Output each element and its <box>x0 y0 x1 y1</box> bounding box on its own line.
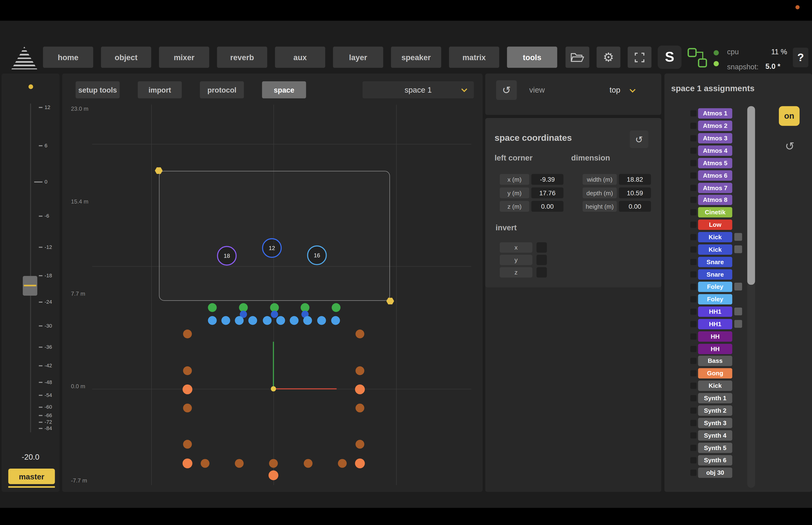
speaker-dot[interactable] <box>183 385 193 394</box>
invert-axis-button[interactable]: x <box>500 242 532 253</box>
speaker-dot[interactable] <box>263 316 272 325</box>
speaker-dot[interactable] <box>183 404 192 412</box>
space-toolbar-tab[interactable]: setup tools <box>76 81 120 99</box>
space-selector-dropdown[interactable]: space 1 <box>363 81 474 99</box>
fullscreen-button[interactable] <box>628 46 651 68</box>
assignment-side-box[interactable] <box>734 320 742 328</box>
invert-checkbox[interactable] <box>536 255 547 265</box>
assignment-button[interactable]: Atmos 2 <box>698 121 732 131</box>
nav-tab[interactable]: matrix <box>449 46 499 68</box>
assignment-button[interactable]: Atmos 1 <box>698 108 732 118</box>
nav-tab[interactable]: tools <box>507 46 557 68</box>
speaker-dot[interactable] <box>331 316 340 325</box>
field-value[interactable]: 18.82 <box>619 174 651 185</box>
assignments-reset-button[interactable]: ↺ <box>782 138 797 154</box>
assignment-button[interactable]: Atmos 3 <box>698 133 732 144</box>
assignment-checkbox[interactable] <box>690 271 696 277</box>
coordinates-reset-button[interactable]: ↺ <box>630 131 648 148</box>
assignment-button[interactable]: Synth 5 <box>698 442 732 453</box>
nav-tab[interactable]: speaker <box>391 46 441 68</box>
assignments-on-button[interactable]: on <box>779 106 799 126</box>
assignment-checkbox[interactable] <box>690 123 696 129</box>
speaker-dot[interactable] <box>338 459 347 468</box>
assignment-checkbox[interactable] <box>690 346 696 352</box>
speaker-dot[interactable] <box>303 316 312 325</box>
speaker-dot[interactable] <box>183 366 192 375</box>
assignment-button[interactable]: Synth 2 <box>698 405 732 416</box>
field-value[interactable]: 0.00 <box>531 201 563 212</box>
assignments-scrollbar-thumb[interactable] <box>747 106 755 285</box>
speaker-dot[interactable] <box>355 366 364 375</box>
assignment-button[interactable]: Gong <box>698 368 732 379</box>
speaker-dot[interactable] <box>355 385 365 394</box>
assignment-button[interactable]: Synth 4 <box>698 430 732 441</box>
assignment-checkbox[interactable] <box>690 110 696 116</box>
assignment-checkbox[interactable] <box>690 457 696 463</box>
sound-object[interactable]: 16 <box>307 245 327 265</box>
speaker-dot[interactable] <box>269 459 278 468</box>
assignment-checkbox[interactable] <box>690 432 696 438</box>
assignment-button[interactable]: Snare <box>698 257 732 267</box>
speaker-dot[interactable] <box>208 316 217 325</box>
speaker-dot[interactable] <box>235 316 244 325</box>
assignment-button[interactable]: Synth 1 <box>698 393 732 404</box>
assignment-button[interactable]: HH <box>698 344 732 354</box>
speaker-dot[interactable] <box>290 316 298 325</box>
sound-object[interactable]: 18 <box>217 246 237 266</box>
assignment-checkbox[interactable] <box>690 197 696 203</box>
assignment-checkbox[interactable] <box>690 135 696 141</box>
assignment-button[interactable]: Low <box>698 220 732 230</box>
assignment-side-box[interactable] <box>734 233 742 241</box>
assignment-checkbox[interactable] <box>690 284 696 290</box>
assignment-side-box[interactable] <box>734 308 742 315</box>
speaker-dot[interactable] <box>276 316 285 325</box>
assignment-checkbox[interactable] <box>690 370 696 376</box>
assignment-checkbox[interactable] <box>690 358 696 364</box>
assignment-checkbox[interactable] <box>690 383 696 389</box>
assignment-button[interactable]: Synth 3 <box>698 418 732 428</box>
invert-axis-button[interactable]: y <box>500 255 532 265</box>
nav-tab[interactable]: layer <box>333 46 383 68</box>
assignment-button[interactable]: Bass <box>698 356 732 366</box>
master-button[interactable]: master <box>8 469 55 484</box>
nav-tab[interactable]: mixer <box>159 46 209 68</box>
settings-button[interactable]: ⚙ <box>597 46 620 68</box>
assignment-button[interactable]: Cinetik <box>698 207 732 217</box>
speaker-dot[interactable] <box>271 311 278 318</box>
assignment-button[interactable]: obj 30 <box>698 467 732 478</box>
speaker-dot[interactable] <box>183 459 193 468</box>
field-value[interactable]: 10.59 <box>619 188 651 198</box>
assignment-button[interactable]: Atmos 6 <box>698 170 732 180</box>
assignment-checkbox[interactable] <box>690 420 696 426</box>
assignment-button[interactable]: Synth 6 <box>698 455 732 465</box>
assignment-button[interactable]: Atmos 7 <box>698 183 732 193</box>
assignment-checkbox[interactable] <box>690 147 696 153</box>
speaker-dot[interactable] <box>183 440 192 449</box>
assignment-button[interactable]: Kick <box>698 232 732 242</box>
assignment-button[interactable]: Foley <box>698 294 732 304</box>
speaker-dot[interactable] <box>355 459 365 468</box>
speaker-dot[interactable] <box>355 404 364 412</box>
assignment-checkbox[interactable] <box>690 296 696 302</box>
invert-checkbox[interactable] <box>536 267 547 278</box>
view-reset-button[interactable]: ↺ <box>496 80 517 100</box>
speaker-dot[interactable] <box>304 459 312 468</box>
assignment-checkbox[interactable] <box>690 172 696 178</box>
assignment-button[interactable]: Atmos 4 <box>698 146 732 156</box>
assignment-checkbox[interactable] <box>690 395 696 401</box>
assignment-button[interactable]: Atmos 8 <box>698 195 732 205</box>
space-toolbar-tab[interactable]: protocol <box>200 81 244 99</box>
assignment-button[interactable]: Foley <box>698 282 732 292</box>
assignment-checkbox[interactable] <box>690 234 696 240</box>
assignment-checkbox[interactable] <box>690 469 696 476</box>
speaker-dot[interactable] <box>355 329 364 338</box>
speaker-dot[interactable] <box>221 316 230 325</box>
view-mode-value[interactable]: top <box>610 86 620 94</box>
assignment-button[interactable]: Snare <box>698 269 732 280</box>
fader-track[interactable] <box>30 104 31 432</box>
field-value[interactable]: 17.76 <box>531 188 563 198</box>
speaker-dot[interactable] <box>355 440 364 449</box>
assignment-checkbox[interactable] <box>690 309 696 315</box>
speaker-dot[interactable] <box>201 459 209 468</box>
speaker-dot[interactable] <box>271 386 276 391</box>
